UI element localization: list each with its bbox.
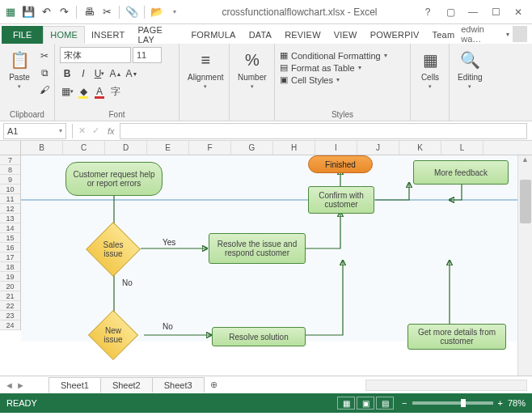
col-header[interactable]: B bbox=[21, 141, 63, 155]
zoom-in-button[interactable]: + bbox=[498, 398, 503, 408]
normal-view-button[interactable]: ▦ bbox=[337, 397, 355, 410]
cell-styles-button[interactable]: ▣Cell Styles▾ bbox=[280, 74, 387, 85]
borders-button[interactable]: ▦▾ bbox=[60, 84, 74, 99]
paste-button[interactable]: 📋 Paste ▾ bbox=[5, 47, 34, 91]
attach-icon[interactable]: 📎 bbox=[125, 5, 139, 19]
help-icon[interactable]: ? bbox=[417, 4, 438, 20]
row-header[interactable]: 10 bbox=[0, 185, 20, 194]
vertical-scrollbar[interactable]: ▲ bbox=[517, 155, 532, 376]
col-header[interactable]: C bbox=[63, 141, 105, 155]
row-header[interactable]: 20 bbox=[0, 282, 20, 291]
sheet-tab-3[interactable]: Sheet3 bbox=[152, 377, 205, 393]
maximize-button[interactable]: ☐ bbox=[485, 4, 506, 20]
row-header[interactable]: 16 bbox=[0, 243, 20, 253]
shape-more-feedback[interactable]: More feedback bbox=[413, 160, 509, 185]
editing-button[interactable]: 🔍Editing▾ bbox=[454, 47, 486, 91]
row-header[interactable]: 23 bbox=[0, 311, 20, 320]
decrease-font-button[interactable]: A▼ bbox=[125, 66, 139, 81]
page-break-view-button[interactable]: ▤ bbox=[376, 397, 394, 410]
row-header[interactable]: 7 bbox=[0, 155, 20, 165]
shape-customer-request[interactable]: Customer request help or report errors bbox=[65, 162, 163, 196]
open-folder-icon[interactable]: 📂 bbox=[150, 5, 164, 19]
row-header[interactable]: 13 bbox=[0, 214, 20, 223]
minimize-button[interactable]: — bbox=[462, 4, 483, 20]
worksheet-canvas[interactable]: Customer request help or report errors F… bbox=[21, 155, 517, 376]
bold-button[interactable]: B bbox=[60, 66, 74, 81]
font-color-button[interactable]: A bbox=[92, 84, 107, 99]
col-header[interactable]: G bbox=[231, 141, 273, 155]
scrollbar-thumb[interactable] bbox=[520, 180, 531, 223]
row-header[interactable]: 14 bbox=[0, 223, 20, 233]
redo-icon[interactable]: ↷ bbox=[57, 5, 71, 19]
conditional-formatting-button[interactable]: ▦Conditional Formatting▾ bbox=[280, 50, 387, 61]
row-header[interactable]: 21 bbox=[0, 291, 20, 301]
col-header[interactable]: H bbox=[273, 141, 315, 155]
col-header[interactable]: K bbox=[399, 141, 441, 155]
fill-color-button[interactable]: ◆ bbox=[76, 84, 91, 99]
row-header[interactable]: 17 bbox=[0, 253, 20, 262]
tab-powerpivot[interactable]: POWERPIV bbox=[364, 26, 426, 44]
col-header[interactable]: E bbox=[147, 141, 189, 155]
sheet-tab-2[interactable]: Sheet2 bbox=[100, 377, 153, 393]
alignment-button[interactable]: ≡Alignment▾ bbox=[184, 47, 226, 91]
format-painter-button[interactable]: 🖌 bbox=[37, 83, 52, 97]
zoom-slider[interactable] bbox=[412, 401, 493, 405]
row-header[interactable]: 15 bbox=[0, 233, 20, 243]
cut-button[interactable]: ✂ bbox=[37, 49, 52, 63]
enter-formula-icon[interactable]: ✓ bbox=[89, 125, 103, 136]
row-header[interactable]: 12 bbox=[0, 204, 20, 214]
tab-home[interactable]: HOME bbox=[43, 26, 85, 44]
phonetic-button[interactable]: 字 bbox=[108, 84, 123, 99]
font-size-select[interactable]: 11 bbox=[133, 47, 162, 63]
shape-finished[interactable]: Finished bbox=[308, 155, 373, 173]
formula-input[interactable] bbox=[120, 123, 527, 139]
row-header[interactable]: 11 bbox=[0, 194, 20, 204]
underline-button[interactable]: U▾ bbox=[92, 66, 107, 81]
copy-button[interactable]: ⧉ bbox=[37, 66, 52, 80]
zoom-percent[interactable]: 78% bbox=[508, 398, 526, 408]
select-all-corner[interactable] bbox=[0, 141, 21, 155]
tab-file[interactable]: FILE bbox=[2, 26, 43, 44]
number-button[interactable]: %Number▾ bbox=[234, 47, 270, 91]
shape-get-details[interactable]: Get more details from customer bbox=[407, 324, 506, 350]
page-layout-view-button[interactable]: ▣ bbox=[357, 397, 374, 410]
shape-confirm[interactable]: Confirm with customer bbox=[308, 186, 374, 214]
account-area[interactable]: edwin wa… ▾ bbox=[461, 24, 532, 44]
tab-view[interactable]: VIEW bbox=[327, 26, 364, 44]
ribbon-options-icon[interactable]: ▢ bbox=[440, 4, 461, 20]
italic-button[interactable]: I bbox=[76, 66, 91, 81]
col-header[interactable]: D bbox=[105, 141, 147, 155]
increase-font-button[interactable]: A▲ bbox=[108, 66, 123, 81]
col-header[interactable]: F bbox=[189, 141, 231, 155]
name-box[interactable]: A1▾ bbox=[3, 123, 66, 139]
tab-formula[interactable]: FORMULA bbox=[184, 26, 242, 44]
zoom-out-button[interactable]: − bbox=[402, 398, 407, 408]
cells-button[interactable]: ▦Cells▾ bbox=[416, 47, 445, 91]
tab-data[interactable]: DATA bbox=[243, 26, 279, 44]
cut-icon[interactable]: ✂ bbox=[99, 5, 114, 19]
horizontal-scrollbar[interactable] bbox=[365, 380, 527, 391]
col-header[interactable]: L bbox=[441, 141, 483, 155]
row-header[interactable]: 8 bbox=[0, 165, 20, 175]
tab-team[interactable]: Team bbox=[426, 26, 462, 44]
font-name-select[interactable]: 宋体 bbox=[60, 47, 131, 63]
shape-resolve-solution[interactable]: Resolve solution bbox=[212, 327, 306, 346]
row-header[interactable]: 19 bbox=[0, 272, 20, 282]
tab-review[interactable]: REVIEW bbox=[278, 26, 327, 44]
row-header[interactable]: 22 bbox=[0, 301, 20, 311]
cancel-formula-icon[interactable]: ✕ bbox=[75, 125, 89, 136]
qat-customize-icon[interactable]: ▾ bbox=[167, 5, 182, 19]
add-sheet-button[interactable]: ⊕ bbox=[204, 377, 224, 393]
row-header[interactable]: 9 bbox=[0, 175, 20, 185]
col-header[interactable]: J bbox=[357, 141, 399, 155]
sheet-nav[interactable]: ◄ ► bbox=[5, 380, 25, 390]
tab-insert[interactable]: INSERT bbox=[85, 26, 131, 44]
close-button[interactable]: ✕ bbox=[508, 4, 529, 20]
row-header[interactable]: 24 bbox=[0, 320, 20, 330]
undo-icon[interactable]: ↶ bbox=[39, 5, 53, 19]
fx-icon[interactable]: fx bbox=[103, 126, 120, 136]
col-header[interactable]: I bbox=[315, 141, 357, 155]
save-icon[interactable]: 💾 bbox=[21, 5, 36, 19]
format-as-table-button[interactable]: ▤Format as Table▾ bbox=[280, 62, 387, 73]
shape-resolve-respond[interactable]: Resolve the issue and respond customer bbox=[209, 233, 306, 264]
